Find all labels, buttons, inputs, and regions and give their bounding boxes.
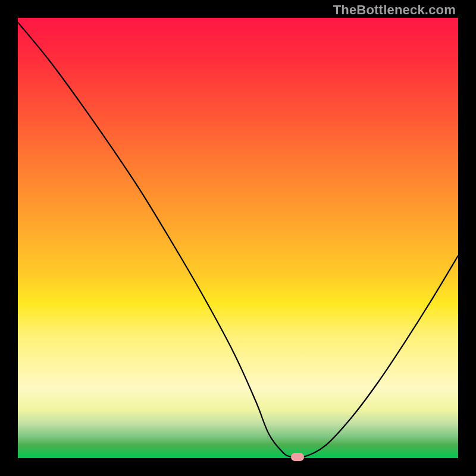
chart-container: TheBottleneck.com bbox=[0, 0, 476, 476]
plot-area bbox=[18, 18, 458, 458]
curve-svg bbox=[18, 18, 458, 458]
watermark-label: TheBottleneck.com bbox=[333, 2, 456, 18]
optimum-marker bbox=[291, 453, 304, 461]
bottleneck-curve bbox=[18, 22, 458, 458]
